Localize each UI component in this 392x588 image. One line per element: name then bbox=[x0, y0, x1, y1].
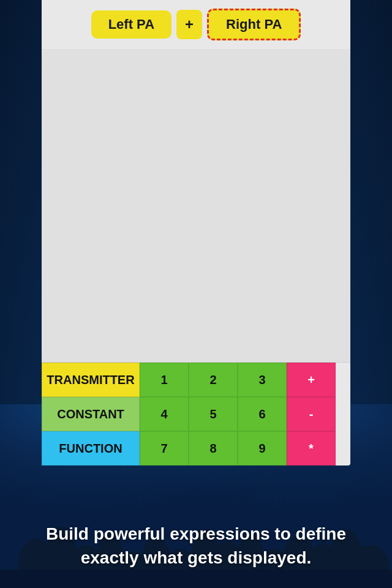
keypad-num-6[interactable]: 6 bbox=[238, 397, 287, 431]
keypad-num-2[interactable]: 2 bbox=[189, 363, 238, 397]
keypad-num-7[interactable]: 7 bbox=[140, 431, 189, 466]
expression-canvas bbox=[42, 49, 350, 362]
keypad-category-function[interactable]: FUNCTION bbox=[42, 431, 140, 466]
right-pa-tab[interactable]: Right PA bbox=[207, 9, 301, 40]
keypad-op--[interactable]: - bbox=[287, 397, 336, 431]
plus-button[interactable]: + bbox=[176, 10, 202, 39]
app-card: Left PA + Right PA TRANSMITTER123+CONSTA… bbox=[42, 0, 350, 466]
svg-rect-18 bbox=[0, 570, 392, 588]
keypad-op-+[interactable]: + bbox=[287, 363, 336, 397]
keypad-num-4[interactable]: 4 bbox=[140, 397, 189, 431]
keypad-category-transmitter[interactable]: TRANSMITTER bbox=[42, 363, 140, 397]
keypad-num-8[interactable]: 8 bbox=[189, 431, 238, 466]
tab-bar: Left PA + Right PA bbox=[42, 0, 350, 49]
keypad: TRANSMITTER123+CONSTANT456-FUNCTION789* bbox=[42, 362, 350, 466]
bottom-description: Build powerful expressions to define exa… bbox=[0, 522, 392, 570]
keypad-num-9[interactable]: 9 bbox=[238, 431, 287, 466]
keypad-num-3[interactable]: 3 bbox=[238, 363, 287, 397]
left-pa-tab[interactable]: Left PA bbox=[91, 10, 172, 39]
keypad-num-1[interactable]: 1 bbox=[140, 363, 189, 397]
keypad-category-constant[interactable]: CONSTANT bbox=[42, 397, 140, 431]
keypad-num-5[interactable]: 5 bbox=[189, 397, 238, 431]
keypad-op-*[interactable]: * bbox=[287, 431, 336, 466]
